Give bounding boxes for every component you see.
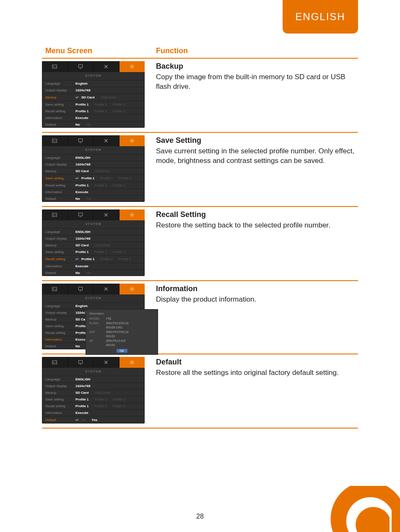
function-desc: Restore all the settings into original f… [156,368,356,378]
function-title: Save Setting [156,136,356,145]
osd-lbl: Default [45,344,75,348]
osd-tab-settings [119,209,145,220]
osd-lbl: Language [45,304,75,308]
osd-val: Profile 1 [75,404,89,408]
language-tab-text: ENGLISH [295,11,345,23]
info-ok-button[interactable]: OK [116,349,127,353]
osd-title: SYSTEM [42,72,145,80]
osd-tab-image [42,61,68,72]
gear-icon [129,138,135,144]
osd-val: Yes [86,123,91,127]
svg-point-11 [131,214,133,216]
osd-val: ENGLISH [75,230,91,234]
presentation-icon [78,359,83,365]
osd-lbl: Information [45,264,75,268]
osd-title: SYSTEM [42,220,145,228]
svg-point-5 [53,140,54,141]
info-key: AF [89,339,104,343]
osd-lbl: Output display [45,384,75,388]
osd-title: SYSTEM [42,294,145,302]
menu-function-table: Menu Screen Function [42,44,358,429]
osd-val: USB Drive [95,169,110,173]
language-tab: ENGLISH [283,0,358,34]
svg-point-3 [131,66,133,67]
osd-val: Profile 1 [75,109,89,113]
info-val: 001/02 [106,343,115,348]
function-desc: Display the product information. [156,295,356,305]
info-val: 009CPKCFDC18 [106,321,128,326]
info-val: 001/02 [106,334,115,339]
osd-tab-present [68,61,94,72]
osd-lbl: Information [45,190,75,194]
table-row: SYSTEM LanguageENGLISH Output display102… [42,207,358,281]
osd-val: Profile 3 [113,404,125,408]
osd-lbl: Backup [45,96,75,99]
svg-rect-6 [78,139,82,142]
osd-tab-tools [94,209,119,220]
osd-lbl: Backup [45,243,75,247]
osd-tab-present [68,135,94,146]
osd-val: Execute [75,411,88,415]
gear-icon [129,212,135,218]
enter-arrow-icon: ↵ [75,176,79,181]
osd-val: Profile 1 [75,250,89,254]
osd-val: 1024x768 [75,237,91,240]
osd-val: Profile 3 [113,103,125,106]
osd-val: English [75,82,88,85]
gear-icon [129,359,135,365]
osd-val: Yes [86,271,91,275]
info-val: 001/00-1451 [106,325,122,330]
function-title: Backup [156,62,356,71]
osd-val: Profile 3 [113,183,125,187]
osd-tab-present [68,357,94,368]
osd-tab-tools [94,135,119,146]
osd-val: ENGLISH [75,156,91,160]
osd-val: USB Drive [95,391,110,395]
osd-lbl: Backup [45,318,75,321]
presentation-icon [78,64,83,70]
function-title: Recall Setting [156,210,356,219]
osd-lbl: Information [45,116,75,120]
osd-val: USB Drive [95,243,110,247]
osd-tab-settings [119,357,145,368]
svg-point-13 [53,288,54,289]
osd-val: No [75,271,80,275]
osd-tab-tools [94,61,119,72]
osd-lbl: Output display [45,88,75,92]
osd-val: Execute [75,116,88,120]
osd-lbl: Save setting [45,324,75,328]
enter-arrow-icon: ↵ [75,95,79,100]
osd-tab-image [42,209,68,220]
osd-val: Profile 2 [95,250,107,254]
osd-val: Profile 3 [113,109,125,113]
brand-logo-icon [308,486,400,532]
image-icon [52,64,57,70]
osd-tab-settings [119,135,145,146]
osd-val: Yes [86,197,91,201]
tools-icon [103,286,109,292]
osd-val: Profile 2 [95,404,107,408]
tools-icon [103,64,109,70]
info-val: 009CP012-01F [106,339,126,343]
tools-icon [103,359,109,365]
gear-icon [129,286,135,292]
enter-arrow-icon: ↵ [75,257,79,261]
info-key: EEP [89,330,104,335]
info-key: MODEL [89,317,104,321]
svg-point-9 [53,214,54,215]
table-row: SYSTEM LanguageENGLISH Output display102… [42,354,358,428]
osd-val: Execute [75,264,88,268]
osd-lbl: Recall setting [45,109,75,113]
osd-lbl: Recall setting [45,183,75,187]
osd-lbl: Save setting [45,176,75,180]
function-title: Default [156,358,356,367]
function-desc: Copy the image from the built-in memory … [156,72,356,92]
svg-rect-18 [78,360,82,363]
svg-point-15 [131,288,133,290]
osd-tab-present [68,209,94,220]
osd-val: USB Drive [101,96,116,99]
svg-point-19 [131,362,133,363]
osd-val: Profile 2 [101,176,113,180]
osd-lbl: Information [45,338,75,341]
image-icon [52,138,57,144]
